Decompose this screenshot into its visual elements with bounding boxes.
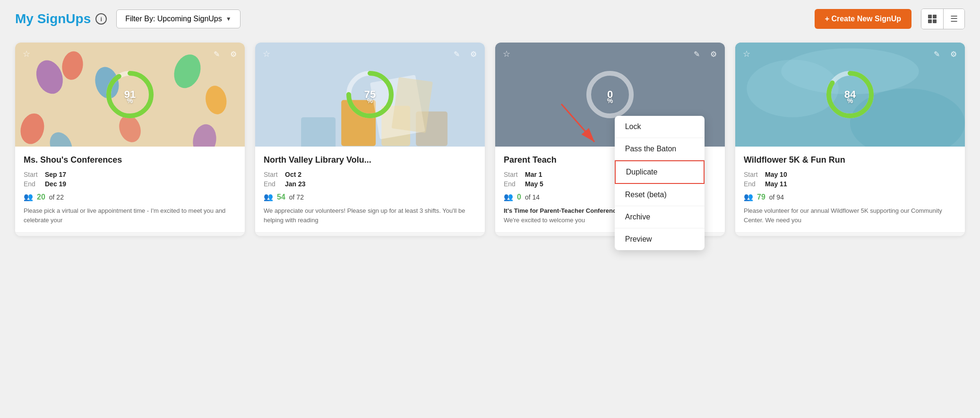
header: My SignUps i Filter By: Upcoming SignUps… (0, 0, 980, 38)
card-1-attendees: 👥 20 of 22 (24, 192, 236, 201)
card-2-image: ☆ ✎ ⚙ 75 % (255, 43, 485, 147)
cards-container: ☆ ✎ ⚙ 91 % Ms. Shou's Conferences Start … (0, 38, 980, 251)
star-icon[interactable]: ☆ (20, 47, 33, 61)
attendee-count-3: 0 (517, 193, 521, 201)
svg-point-4 (203, 84, 229, 116)
start-date-4: May 10 (765, 171, 956, 178)
edit-icon[interactable]: ✎ (210, 47, 223, 61)
progress-percent-1: % (127, 97, 133, 104)
svg-rect-14 (301, 117, 335, 147)
create-signup-button[interactable]: + Create New SignUp (815, 9, 911, 29)
card-1-title: Ms. Shou's Conferences (24, 155, 236, 165)
card-4-icons: ✎ ⚙ (930, 47, 960, 61)
list-view-button[interactable]: ☰ (944, 9, 964, 29)
people-icon: 👥 (24, 192, 33, 201)
dropdown-item-duplicate[interactable]: Duplicate (615, 160, 705, 184)
context-dropdown: Lock Pass the Baton Duplicate Reset (bet… (615, 116, 705, 250)
people-icon-3: 👥 (504, 192, 513, 201)
description-highlight: It's Time for Parent-Teacher Conferences… (504, 207, 625, 214)
settings-icon-2[interactable]: ⚙ (467, 47, 480, 61)
dropdown-item-pass-baton[interactable]: Pass the Baton (615, 138, 705, 160)
description-text: We're excited to welcome you (504, 217, 585, 224)
card-1: ☆ ✎ ⚙ 91 % Ms. Shou's Conferences Start … (15, 43, 245, 236)
view-toggle: ☰ (921, 9, 965, 29)
card-2-icons: ✎ ⚙ (450, 47, 480, 61)
card-2-meta: Start Oct 2 End Jan 23 (264, 171, 476, 188)
card-2-body: North Valley Library Volu... Start Oct 2… (255, 147, 485, 232)
card-2-description: We appreciate our volunteers! Please sig… (264, 206, 476, 225)
end-date-4: May 11 (765, 180, 956, 188)
card-3-wrapper: ☆ ✎ ⚙ 0 % Parent Teach Start (495, 43, 725, 236)
card-4: ☆ ✎ ⚙ 84 % Wildflower 5K & Fun Run Start… (735, 43, 965, 236)
attendee-count: 20 (37, 193, 45, 201)
end-label: End (24, 180, 45, 188)
progress-percent-2: % (367, 97, 373, 104)
start-date: Sep 17 (45, 171, 236, 178)
grid-view-button[interactable] (921, 9, 944, 29)
card-2-footer (255, 232, 485, 236)
attendee-total-4: of 94 (769, 193, 784, 201)
card-1-description: Please pick a virtual or live appointmen… (24, 206, 236, 225)
attendee-count-2: 54 (277, 193, 285, 201)
list-icon: ☰ (950, 14, 958, 24)
card-1-image: ☆ ✎ ⚙ 91 % (15, 43, 245, 147)
card-4-image: ☆ ✎ ⚙ 84 % (735, 43, 965, 147)
end-label-2: End (264, 180, 285, 188)
svg-point-1 (60, 50, 86, 81)
card-1-body: Ms. Shou's Conferences Start Sep 17 End … (15, 147, 245, 232)
card-4-footer (735, 232, 965, 236)
svg-point-3 (170, 51, 205, 92)
edit-icon-2[interactable]: ✎ (450, 47, 463, 61)
people-icon-4: 👥 (744, 192, 753, 201)
create-button-label: + Create New SignUp (825, 15, 901, 23)
settings-icon-4[interactable]: ⚙ (947, 47, 960, 61)
dropdown-item-preview[interactable]: Preview (615, 228, 705, 250)
end-date-2: Jan 23 (285, 180, 476, 188)
progress-circle-3: 0 % (584, 69, 636, 121)
card-2-title: North Valley Library Volu... (264, 155, 476, 165)
dropdown-item-archive[interactable]: Archive (615, 206, 705, 228)
card-1-footer (15, 232, 245, 236)
attendee-count-4: 79 (757, 193, 765, 201)
star-icon-2[interactable]: ☆ (260, 47, 273, 61)
card-1-icons: ✎ ⚙ (210, 47, 240, 61)
filter-label: Filter By: Upcoming SignUps (125, 15, 222, 23)
start-label: Start (24, 171, 45, 178)
people-icon-2: 👥 (264, 192, 273, 201)
settings-icon-3[interactable]: ⚙ (707, 47, 720, 61)
progress-percent-3: % (607, 97, 613, 104)
end-date: Dec 19 (45, 180, 236, 188)
dropdown-item-lock[interactable]: Lock (615, 116, 705, 138)
svg-point-0 (32, 57, 67, 98)
card-2-attendees: 👥 54 of 72 (264, 192, 476, 201)
card-3-icons: ✎ ⚙ (690, 47, 720, 61)
card-4-body: Wildflower 5K & Fun Run Start May 10 End… (735, 147, 965, 232)
start-label-2: Start (264, 171, 285, 178)
start-label-4: Start (744, 171, 765, 178)
star-icon-3[interactable]: ☆ (500, 47, 513, 61)
svg-rect-16 (392, 77, 433, 133)
svg-point-6 (46, 129, 77, 147)
card-4-attendees: 👥 79 of 94 (744, 192, 956, 201)
card-4-title: Wildflower 5K & Fun Run (744, 155, 956, 165)
start-date-2: Oct 2 (285, 171, 476, 178)
settings-icon[interactable]: ⚙ (227, 47, 240, 61)
chevron-down-icon: ▼ (226, 16, 232, 22)
end-label-4: End (744, 180, 765, 188)
svg-point-7 (190, 122, 219, 147)
grid-icon (928, 15, 937, 23)
attendee-total-3: of 14 (525, 193, 540, 201)
edit-icon-3[interactable]: ✎ (690, 47, 703, 61)
dropdown-item-reset[interactable]: Reset (beta) (615, 184, 705, 206)
star-icon-4[interactable]: ☆ (740, 47, 753, 61)
start-label-3: Start (504, 171, 525, 178)
attendee-total-2: of 72 (289, 193, 304, 201)
edit-icon-4[interactable]: ✎ (930, 47, 943, 61)
card-2: ☆ ✎ ⚙ 75 % North Valley Library Volu... … (255, 43, 485, 236)
card-4-meta: Start May 10 End May 11 (744, 171, 956, 188)
end-label-3: End (504, 180, 525, 188)
info-icon[interactable]: i (95, 13, 107, 25)
title-text: My SignUps (15, 11, 91, 26)
filter-dropdown[interactable]: Filter By: Upcoming SignUps ▼ (116, 9, 240, 28)
attendee-total: of 22 (49, 193, 64, 201)
